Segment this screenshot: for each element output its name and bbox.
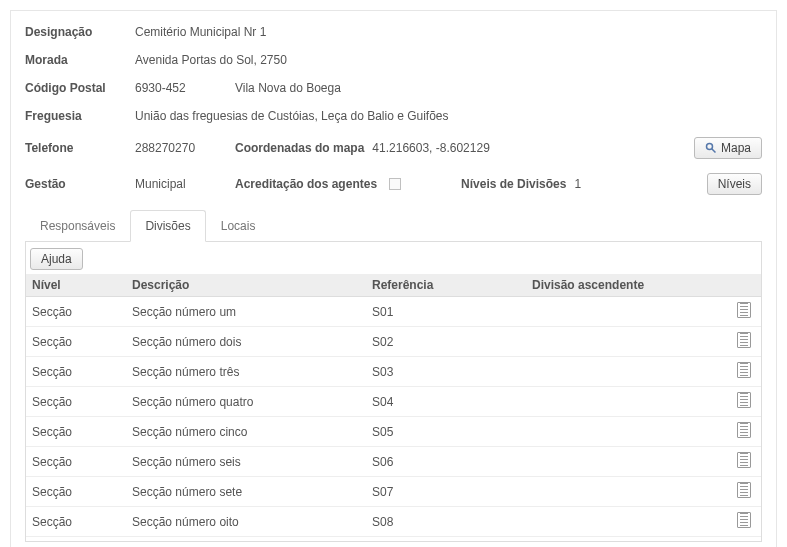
cell-ascendente — [526, 387, 731, 417]
cell-referencia: S03 — [366, 357, 526, 387]
cell-ascendente — [526, 297, 731, 327]
table-row[interactable]: SecçãoSecção número doisS02 — [26, 327, 761, 357]
cell-descricao: Secção número cinco — [126, 417, 366, 447]
value-gestao: Municipal — [135, 177, 235, 191]
label-acreditacao: Acreditação dos agentes — [235, 177, 377, 191]
document-icon[interactable] — [737, 332, 751, 348]
cell-descricao: Secção número quatro — [126, 387, 366, 417]
value-designacao: Cemitério Municipal Nr 1 — [135, 25, 266, 39]
cell-ascendente — [526, 357, 731, 387]
cell-ascendente — [526, 327, 731, 357]
svg-line-1 — [712, 149, 716, 153]
cell-referencia: S07 — [366, 477, 526, 507]
document-icon[interactable] — [737, 482, 751, 498]
table-row[interactable]: SecçãoSecção número cincoS05 — [26, 417, 761, 447]
cell-ascendente — [526, 477, 731, 507]
tab-divisoes[interactable]: Divisões — [130, 210, 205, 242]
cell-descricao: Secção número oito — [126, 507, 366, 537]
cell-nivel: Secção — [26, 357, 126, 387]
row-gestao: Gestão Municipal Acreditação dos agentes… — [25, 173, 762, 195]
label-gestao: Gestão — [25, 177, 135, 191]
cell-referencia: S02 — [366, 327, 526, 357]
magnifier-icon — [705, 142, 717, 154]
tab-locais[interactable]: Locais — [206, 210, 271, 242]
th-descricao: Descrição — [126, 274, 366, 297]
map-button[interactable]: Mapa — [694, 137, 762, 159]
cell-descricao: Secção número sete — [126, 477, 366, 507]
row-morada: Morada Avenida Portas do Sol, 2750 — [25, 53, 762, 67]
cell-nivel: Secção — [26, 507, 126, 537]
row-codigo-postal: Código Postal 6930-452 Vila Nova do Boeg… — [25, 81, 762, 95]
value-coordenadas: 41.216603, -8.602129 — [372, 141, 489, 155]
cell-descricao: Secção número três — [126, 357, 366, 387]
niveis-button[interactable]: Níveis — [707, 173, 762, 195]
label-morada: Morada — [25, 53, 135, 67]
row-designacao: Designação Cemitério Municipal Nr 1 — [25, 25, 762, 39]
row-freguesia: Freguesia União das freguesias de Custói… — [25, 109, 762, 123]
cell-referencia: S01 — [366, 297, 526, 327]
document-icon[interactable] — [737, 362, 751, 378]
map-button-label: Mapa — [721, 141, 751, 155]
cell-nivel: Secção — [26, 417, 126, 447]
cell-nivel: Secção — [26, 387, 126, 417]
cell-nivel: Secção — [26, 447, 126, 477]
tabs-bar: Responsáveis Divisões Locais — [25, 209, 762, 242]
checkbox-acreditacao[interactable] — [389, 178, 401, 190]
table-row[interactable]: SecçãoSecção número umS01 — [26, 297, 761, 327]
value-niveis-divisoes: 1 — [574, 177, 581, 191]
th-actions — [731, 274, 761, 297]
cell-referencia: S04 — [366, 387, 526, 417]
value-freguesia: União das freguesias de Custóias, Leça d… — [135, 109, 449, 123]
table-row[interactable]: SecçãoSecção número trêsS03 — [26, 357, 761, 387]
cell-descricao: Secção número dois — [126, 327, 366, 357]
label-designacao: Designação — [25, 25, 135, 39]
svg-point-0 — [706, 144, 712, 150]
cell-referencia: S08 — [366, 507, 526, 537]
cell-descricao: Secção número seis — [126, 447, 366, 477]
table-row[interactable]: SecçãoSecção número seisS06 — [26, 447, 761, 477]
niveis-button-label: Níveis — [718, 177, 751, 191]
row-telefone: Telefone 288270270 Coordenadas do mapa 4… — [25, 137, 762, 159]
label-telefone: Telefone — [25, 141, 135, 155]
document-icon[interactable] — [737, 452, 751, 468]
table-row[interactable]: SecçãoSecção número oitoS08 — [26, 507, 761, 537]
document-icon[interactable] — [737, 512, 751, 528]
help-button-label: Ajuda — [41, 252, 72, 266]
value-morada: Avenida Portas do Sol, 2750 — [135, 53, 287, 67]
th-nivel: Nível — [26, 274, 126, 297]
document-icon[interactable] — [737, 302, 751, 318]
document-icon[interactable] — [737, 392, 751, 408]
cell-nivel: Secção — [26, 297, 126, 327]
help-button[interactable]: Ajuda — [30, 248, 83, 270]
value-localidade: Vila Nova do Boega — [235, 81, 341, 95]
cell-ascendente — [526, 417, 731, 447]
label-freguesia: Freguesia — [25, 109, 135, 123]
cell-ascendente — [526, 447, 731, 477]
cell-ascendente — [526, 507, 731, 537]
details-panel: Designação Cemitério Municipal Nr 1 Mora… — [10, 10, 777, 547]
tab-responsaveis[interactable]: Responsáveis — [25, 210, 130, 242]
divisoes-table: Nível Descrição Referência Divisão ascen… — [26, 274, 761, 537]
document-icon[interactable] — [737, 422, 751, 438]
cell-descricao: Secção número um — [126, 297, 366, 327]
th-referencia: Referência — [366, 274, 526, 297]
table-row[interactable]: SecçãoSecção número quatroS04 — [26, 387, 761, 417]
cell-referencia: S05 — [366, 417, 526, 447]
value-codigo-postal: 6930-452 — [135, 81, 235, 95]
th-divisao-ascendente: Divisão ascendente — [526, 274, 731, 297]
cell-nivel: Secção — [26, 327, 126, 357]
cell-referencia: S06 — [366, 447, 526, 477]
table-row[interactable]: SecçãoSecção número seteS07 — [26, 477, 761, 507]
tab-content-divisoes: Ajuda Nível Descrição Referência Divisão… — [25, 242, 762, 542]
cell-nivel: Secção — [26, 477, 126, 507]
label-niveis-divisoes: Níveis de Divisões — [461, 177, 566, 191]
table-body: SecçãoSecção número umS01SecçãoSecção nú… — [26, 297, 761, 537]
label-codigo-postal: Código Postal — [25, 81, 135, 95]
label-coordenadas: Coordenadas do mapa — [235, 141, 364, 155]
value-telefone: 288270270 — [135, 141, 235, 155]
